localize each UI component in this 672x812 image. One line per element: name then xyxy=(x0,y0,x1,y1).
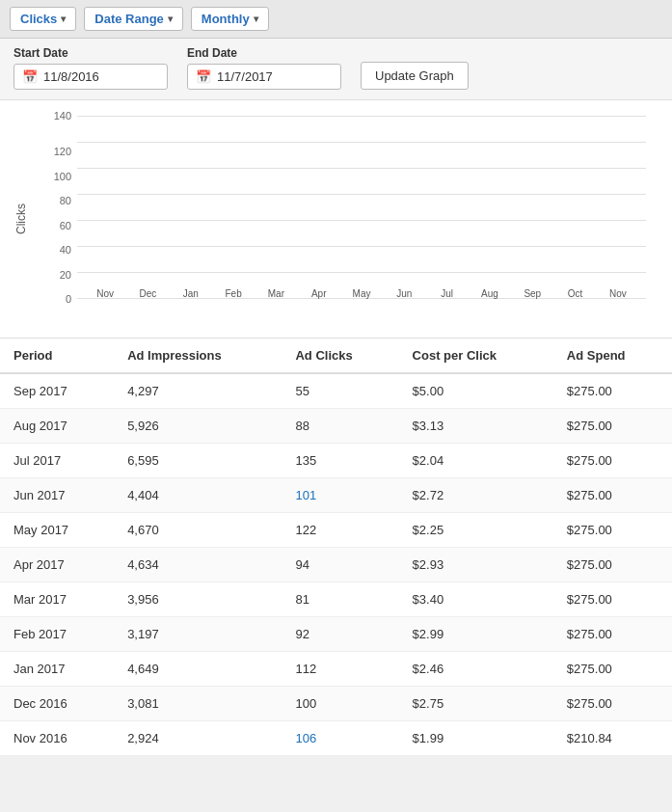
bar-month-label: Aug xyxy=(481,288,498,299)
y-axis: 140120100806040200 xyxy=(39,116,75,299)
table-cell: 3,197 xyxy=(114,617,282,652)
table-cell: 101 xyxy=(282,478,398,513)
table-cell: $3.13 xyxy=(399,409,553,444)
table-cell: Jan 2017 xyxy=(0,652,114,687)
table-header-cell: Period xyxy=(0,338,114,373)
table-cell: 4,634 xyxy=(114,548,282,582)
table-cell: Jun 2017 xyxy=(0,478,114,513)
period-dropdown[interactable]: Monthly ▾ xyxy=(191,7,269,31)
table-cell: Feb 2017 xyxy=(0,617,114,652)
bar-month-label: Mar xyxy=(268,288,284,299)
table-cell: 2,924 xyxy=(114,721,282,756)
table-row: Nov 20162,924106$1.99$210.84 xyxy=(0,721,672,756)
table-cell: $275.00 xyxy=(553,687,672,721)
bars-wrapper: NovDecJanFebMarAprMayJunJulAugSepOctNov xyxy=(77,116,646,299)
table-row: Sep 20174,29755$5.00$275.00 xyxy=(0,373,672,409)
table-cell: 81 xyxy=(282,582,398,617)
bar-group: May xyxy=(341,284,382,299)
chart-y-axis-label: Clicks xyxy=(14,203,28,234)
end-date-value: 11/7/2017 xyxy=(217,69,273,84)
end-date-label: End Date xyxy=(187,46,341,60)
bar-group: Nov xyxy=(598,284,638,299)
y-tick: 40 xyxy=(60,244,75,256)
table-cell: $275.00 xyxy=(553,548,672,582)
table-cell: 3,081 xyxy=(114,687,282,721)
table-cell: $275.00 xyxy=(553,444,672,478)
bar-month-label: Apr xyxy=(311,288,327,299)
table-cell: $2.25 xyxy=(399,513,553,548)
table-cell: 100 xyxy=(282,687,398,721)
date-section: Start Date 📅 11/8/2016 End Date 📅 11/7/2… xyxy=(0,39,672,100)
table-cell: $2.72 xyxy=(399,478,553,513)
bar-month-label: Jan xyxy=(183,288,199,299)
bar-group: Apr xyxy=(299,284,339,299)
table-cell: $5.00 xyxy=(399,373,553,409)
start-date-value: 11/8/2016 xyxy=(43,69,99,84)
bar-group: Feb xyxy=(213,284,254,299)
table-cell: 88 xyxy=(282,409,398,444)
y-tick: 60 xyxy=(60,220,75,231)
table-cell: $3.40 xyxy=(399,582,553,617)
end-date-field: End Date 📅 11/7/2017 xyxy=(187,46,341,90)
y-tick: 20 xyxy=(60,269,75,281)
table-cell: Mar 2017 xyxy=(0,582,114,617)
table-row: Dec 20163,081100$2.75$275.00 xyxy=(0,687,672,721)
period-label: Monthly xyxy=(202,12,250,26)
table-cell: $2.99 xyxy=(399,617,553,652)
table-cell: 4,404 xyxy=(114,478,282,513)
y-tick: 140 xyxy=(54,110,75,122)
clicks-link[interactable]: 101 xyxy=(295,488,316,502)
bar-month-label: May xyxy=(353,288,371,299)
table-header-cell: Ad Impressions xyxy=(114,338,282,373)
table-cell: $275.00 xyxy=(553,478,672,513)
bar-month-label: Jun xyxy=(396,288,412,299)
toolbar: Clicks ▾ Date Range ▾ Monthly ▾ xyxy=(0,0,672,39)
table-row: Feb 20173,19792$2.99$275.00 xyxy=(0,617,672,652)
table-row: Jul 20176,595135$2.04$275.00 xyxy=(0,444,672,478)
table-row: Aug 20175,92688$3.13$275.00 xyxy=(0,409,672,444)
table-cell: $1.99 xyxy=(399,721,553,756)
start-date-field: Start Date 📅 11/8/2016 xyxy=(13,46,168,90)
start-date-input[interactable]: 📅 11/8/2016 xyxy=(13,64,168,90)
clicks-link[interactable]: 106 xyxy=(295,731,316,745)
bar-group: Oct xyxy=(554,284,595,299)
table-cell: 94 xyxy=(282,548,398,582)
table-row: Jun 20174,404101$2.72$275.00 xyxy=(0,478,672,513)
table-header-row: PeriodAd ImpressionsAd ClicksCost per Cl… xyxy=(0,338,672,373)
data-table: PeriodAd ImpressionsAd ClicksCost per Cl… xyxy=(0,338,672,756)
table-cell: $275.00 xyxy=(553,409,672,444)
metric-dropdown[interactable]: Clicks ▾ xyxy=(10,7,76,31)
bar-group: Aug xyxy=(470,284,510,299)
table-cell: 4,297 xyxy=(114,373,282,409)
y-tick: 120 xyxy=(54,146,75,157)
table-row: Jan 20174,649112$2.46$275.00 xyxy=(0,652,672,687)
table-body: Sep 20174,29755$5.00$275.00Aug 20175,926… xyxy=(0,373,672,756)
y-tick: 80 xyxy=(60,195,75,206)
table-cell: $2.46 xyxy=(399,652,553,687)
bar-month-label: Jul xyxy=(441,288,453,299)
table-cell: 6,595 xyxy=(114,444,282,478)
table-cell: 112 xyxy=(282,652,398,687)
chart-area: 140120100806040200 NovDecJanFebMarAprMay… xyxy=(39,116,646,328)
bar-month-label: Dec xyxy=(140,288,157,299)
y-tick: 0 xyxy=(66,293,75,305)
bar-group: Dec xyxy=(127,284,168,299)
table-cell: Aug 2017 xyxy=(0,409,114,444)
table-cell: 106 xyxy=(282,721,398,756)
date-range-dropdown[interactable]: Date Range ▾ xyxy=(84,7,183,31)
table-header-cell: Ad Clicks xyxy=(282,338,398,373)
update-graph-button[interactable]: Update Graph xyxy=(361,62,469,90)
chart-section: Clicks 140120100806040200 NovDecJanFebMa… xyxy=(0,100,672,338)
end-calendar-icon: 📅 xyxy=(196,69,211,84)
bar-group: Sep xyxy=(512,284,552,299)
table-row: Mar 20173,95681$3.40$275.00 xyxy=(0,582,672,617)
table-cell: $275.00 xyxy=(553,617,672,652)
table-cell: Dec 2016 xyxy=(0,687,114,721)
table-cell: 135 xyxy=(282,444,398,478)
date-range-arrow-icon: ▾ xyxy=(168,14,173,24)
table-cell: 4,670 xyxy=(114,513,282,548)
table-section: PeriodAd ImpressionsAd ClicksCost per Cl… xyxy=(0,338,672,756)
end-date-input[interactable]: 📅 11/7/2017 xyxy=(187,64,341,90)
table-cell: $2.93 xyxy=(399,548,553,582)
table-cell: Apr 2017 xyxy=(0,548,114,582)
